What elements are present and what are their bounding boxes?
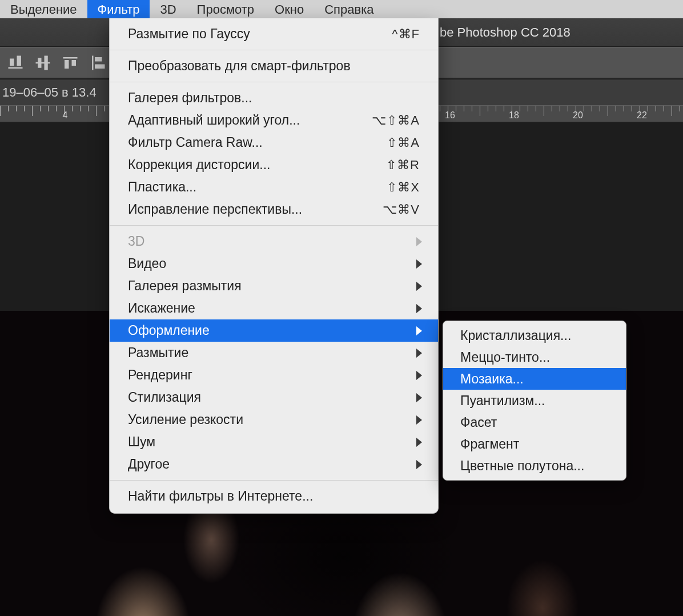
menu-item-label: Исправление перспективы...: [128, 202, 383, 217]
menu-item-shortcut: ^⌘F: [392, 27, 422, 42]
menu-item-label: Пластика...: [128, 179, 387, 195]
chevron-right-icon: [416, 393, 422, 402]
menu-item[interactable]: Размытие: [110, 342, 438, 364]
menu-item[interactable]: Галерея размытия: [110, 275, 438, 297]
menu-item-label: Галерея размытия: [128, 278, 416, 294]
svg-rect-6: [63, 57, 78, 59]
ruler-label: 18: [509, 110, 519, 121]
menu-item[interactable]: Фильтр Camera Raw...⇧⌘A: [110, 131, 438, 154]
filter-menu-dropdown: Размытие по Гауссу^⌘FПреобразовать для с…: [109, 18, 439, 514]
filter-submenu: Кристаллизация...Меццо-тинто...Мозаика..…: [443, 321, 626, 481]
menu-просмотр[interactable]: Просмотр: [187, 0, 264, 18]
ruler-label: 20: [573, 110, 583, 121]
menu-item[interactable]: Усиление резкости: [110, 409, 438, 431]
chevron-right-icon: [416, 371, 422, 380]
menu-item[interactable]: Пластика...⇧⌘X: [110, 176, 438, 198]
menu-выделение[interactable]: Выделение: [0, 0, 87, 18]
submenu-item[interactable]: Фасет: [443, 411, 626, 433]
menu-item[interactable]: Адаптивный широкий угол...⌥⇧⌘A: [110, 109, 438, 131]
menu-окно[interactable]: Окно: [264, 0, 314, 18]
submenu-item[interactable]: Пуантилизм...: [443, 390, 626, 411]
align-icon-3[interactable]: [62, 54, 79, 71]
menu-item[interactable]: Галерея фильтров...: [110, 87, 438, 109]
menu-фильтр[interactable]: Фильтр: [87, 0, 150, 18]
menu-item-label: Другое: [128, 457, 416, 472]
chevron-right-icon: [416, 438, 422, 447]
menu-item-label: Коррекция дисторсии...: [128, 157, 386, 173]
svg-rect-4: [38, 58, 41, 68]
menu-item-label: Искажение: [128, 301, 416, 316]
menu-item[interactable]: Видео: [110, 253, 438, 275]
menu-item-shortcut: ⌥⇧⌘A: [372, 113, 422, 128]
menu-item[interactable]: Другое: [110, 453, 438, 475]
svg-rect-5: [45, 55, 48, 70]
menu-item-label: 3D: [128, 234, 416, 249]
svg-rect-9: [92, 55, 94, 70]
ruler-label: 22: [637, 110, 647, 121]
chevron-right-icon: [416, 415, 422, 425]
document-tab[interactable]: 19–06–05 в 13.4: [2, 85, 97, 100]
submenu-item[interactable]: Меццо-тинто...: [443, 346, 626, 368]
menu-item-label: Размытие: [128, 345, 416, 361]
align-icon-4[interactable]: [89, 54, 106, 71]
chevron-right-icon: [416, 349, 422, 358]
menu-item[interactable]: Преобразовать для смарт-фильтров: [110, 55, 438, 77]
ruler-label: 4: [63, 110, 68, 121]
menu-item[interactable]: Искажение: [110, 297, 438, 319]
chevron-right-icon: [416, 282, 422, 291]
menu-separator: [110, 225, 438, 226]
svg-rect-7: [65, 60, 69, 69]
menu-item-label: Усиление резкости: [128, 412, 416, 427]
menu-item[interactable]: Найти фильтры в Интернете...: [110, 485, 438, 507]
svg-rect-1: [10, 58, 14, 66]
submenu-item[interactable]: Фрагмент: [443, 433, 626, 455]
menu-item: 3D: [110, 230, 438, 253]
menu-item-shortcut: ⇧⌘A: [387, 135, 422, 150]
align-icon-1[interactable]: [7, 54, 24, 71]
menu-item[interactable]: Стилизация: [110, 386, 438, 409]
svg-rect-2: [17, 55, 22, 66]
menu-item-label: Шум: [128, 434, 416, 450]
chevron-right-icon: [416, 460, 422, 469]
menu-item[interactable]: Исправление перспективы...⌥⌘V: [110, 198, 438, 221]
menu-item-label: Преобразовать для смарт-фильтров: [128, 58, 422, 74]
menu-item-label: Найти фильтры в Интернете...: [128, 489, 422, 504]
align-icon-2[interactable]: [34, 54, 51, 71]
menu-item-label: Фильтр Camera Raw...: [128, 135, 387, 150]
menu-item-shortcut: ⇧⌘X: [387, 180, 422, 195]
svg-rect-11: [95, 64, 105, 69]
menu-item-shortcut: ⇧⌘R: [386, 158, 422, 173]
submenu-item[interactable]: Цветные полутона...: [443, 455, 626, 477]
menu-separator: [110, 82, 438, 82]
chevron-right-icon: [416, 304, 422, 313]
menu-item[interactable]: Шум: [110, 431, 438, 453]
menu-item[interactable]: Оформление: [110, 319, 438, 342]
submenu-item[interactable]: Кристаллизация...: [443, 325, 626, 346]
chevron-right-icon: [416, 237, 422, 246]
menu-item-label: Адаптивный широкий угол...: [128, 113, 372, 128]
menu-item-label: Стилизация: [128, 390, 416, 405]
ruler-label: 16: [445, 110, 455, 121]
app-title: be Photoshop CC 2018: [440, 25, 570, 40]
menu-item-label: Размытие по Гауссу: [128, 26, 392, 42]
menu-3d[interactable]: 3D: [150, 0, 186, 18]
svg-rect-8: [72, 60, 77, 66]
menu-item-label: Видео: [128, 256, 416, 271]
menu-separator: [110, 480, 438, 481]
chevron-right-icon: [416, 259, 422, 269]
menu-item-label: Галерея фильтров...: [128, 90, 422, 106]
menu-справка[interactable]: Справка: [314, 0, 384, 18]
menu-item-label: Оформление: [128, 323, 416, 338]
submenu-item[interactable]: Мозаика...: [443, 368, 626, 390]
menu-item-label: Рендеринг: [128, 367, 416, 383]
menu-item[interactable]: Коррекция дисторсии...⇧⌘R: [110, 154, 438, 176]
menu-item[interactable]: Рендеринг: [110, 364, 438, 386]
menu-item[interactable]: Размытие по Гауссу^⌘F: [110, 23, 438, 45]
chevron-right-icon: [416, 326, 422, 335]
menubar: ВыделениеФильтр3DПросмотрОкноСправка: [0, 0, 683, 18]
svg-rect-10: [95, 57, 102, 62]
menu-separator: [110, 50, 438, 50]
svg-rect-0: [9, 67, 23, 69]
menu-item-shortcut: ⌥⌘V: [383, 202, 422, 217]
